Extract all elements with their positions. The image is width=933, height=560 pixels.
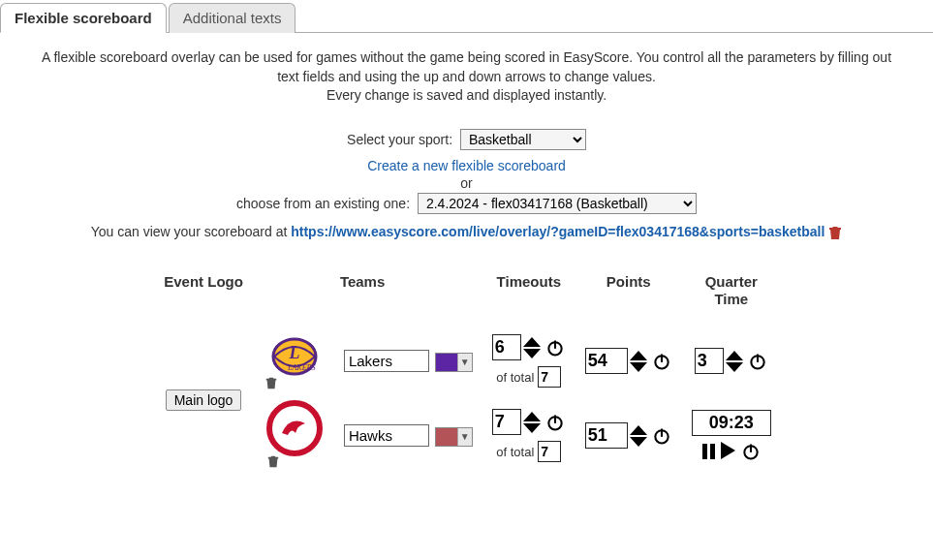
header-event-logo: Event Logo [152,269,255,326]
timeouts-up-2[interactable] [523,412,541,421]
header-teams: Teams [334,269,482,326]
delete-logo-hawks-icon[interactable] [266,454,323,468]
of-total-label-1: of total [496,370,534,385]
svg-text:LAKERS: LAKERS [287,363,315,372]
header-quarter-time: QuarterTime [682,269,781,326]
play-button[interactable] [721,442,735,462]
header-timeouts: Timeouts [482,269,575,326]
quarter-down[interactable] [726,362,743,372]
quarter-input[interactable] [695,348,724,374]
chevron-down-icon: ▼ [457,428,472,446]
pause-button[interactable] [702,444,715,459]
timeouts-reset-1[interactable] [544,337,566,358]
existing-scoreboard-select[interactable]: 2.4.2024 - flex03417168 (Basketball) [418,193,697,214]
points-input-2[interactable] [585,422,628,449]
sport-select[interactable]: Basketball [460,129,586,150]
total-timeouts-input-2[interactable] [538,441,561,462]
points-reset-1[interactable] [651,351,672,372]
view-url-prefix: You can view your scoreboard at [91,224,292,239]
quarter-up[interactable] [726,351,743,360]
tab-flexible-scoreboard[interactable]: Flexible scoreboard [0,3,167,33]
total-timeouts-input-1[interactable] [538,366,561,388]
tab-additional-texts[interactable]: Additional texts [169,3,296,33]
chevron-down-icon: ▼ [457,354,472,371]
points-down-1[interactable] [630,362,647,372]
select-sport-label: Select your sport: [347,132,452,147]
team-name-input-2[interactable] [344,424,429,447]
team-logo-hawks[interactable] [266,400,323,456]
header-points: Points [575,269,682,326]
time-reset-button[interactable] [741,442,761,461]
delete-logo-lakers-icon[interactable] [264,376,325,389]
or-text: or [0,175,933,191]
timeouts-down-1[interactable] [523,349,541,358]
team-name-input-1[interactable] [344,350,429,372]
choose-existing-label: choose from an existing one: [236,196,410,211]
points-down-2[interactable] [630,437,647,447]
timeouts-down-2[interactable] [523,423,541,433]
team-color-picker-1[interactable]: ▼ [435,353,473,372]
create-scoreboard-link[interactable]: Create a new flexible scoreboard [367,158,566,173]
timeouts-reset-2[interactable] [544,412,566,433]
points-up-2[interactable] [630,425,647,435]
intro-text-2: Every change is saved and displayed inst… [327,87,606,103]
svg-text:L: L [288,343,299,362]
intro-text-1: A flexible scoreboard overlay can be use… [42,49,891,84]
points-input-1[interactable] [585,348,628,374]
points-reset-2[interactable] [651,425,672,447]
of-total-label-2: of total [496,445,534,459]
timeouts-input-2[interactable] [492,409,521,435]
delete-scoreboard-icon[interactable] [828,225,842,240]
time-input[interactable] [692,410,771,436]
timeouts-input-1[interactable] [492,334,521,360]
points-up-1[interactable] [630,351,647,360]
timeouts-up-1[interactable] [523,337,541,347]
team-logo-lakers[interactable]: L LAKERS [264,329,325,378]
main-logo-button[interactable]: Main logo [166,389,242,411]
quarter-reset[interactable] [747,351,768,372]
team-color-picker-2[interactable]: ▼ [435,427,473,447]
scoreboard-url-link[interactable]: https://www.easyscore.com/live/overlay/?… [291,224,824,239]
